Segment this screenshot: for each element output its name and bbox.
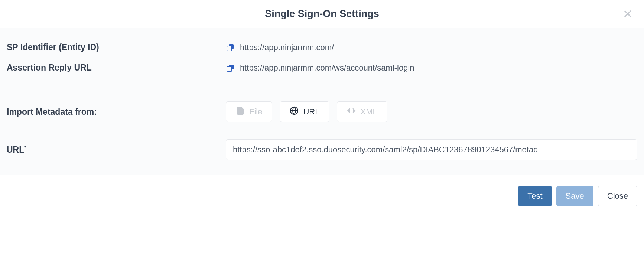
- metadata-source-group: File URL XM: [226, 101, 387, 122]
- copy-icon[interactable]: [226, 64, 235, 72]
- url-field-row: URL*: [7, 139, 637, 160]
- metadata-url-button[interactable]: URL: [280, 101, 329, 122]
- import-metadata-label: Import Metadata from:: [7, 107, 226, 117]
- close-icon-button[interactable]: ✕: [621, 8, 635, 20]
- url-field-label: URL*: [7, 144, 226, 155]
- metadata-url-label: URL: [303, 107, 319, 117]
- close-button[interactable]: Close: [598, 186, 637, 206]
- metadata-file-button[interactable]: File: [226, 101, 272, 122]
- sp-identifier-label: SP Identifier (Entity ID): [7, 42, 226, 52]
- sp-identifier-value: https://app.ninjarmm.com/: [240, 43, 334, 52]
- globe-icon: [290, 106, 299, 117]
- svg-rect-1: [227, 46, 232, 51]
- assertion-reply-value: https://app.ninjarmm.com/ws/account/saml…: [240, 63, 414, 73]
- assertion-reply-row: Assertion Reply URL https://app.ninjarmm…: [7, 63, 637, 73]
- file-icon: [236, 106, 245, 117]
- test-button[interactable]: Test: [518, 186, 552, 206]
- metadata-xml-label: XML: [360, 107, 377, 117]
- modal-title: Single Sign-On Settings: [9, 8, 635, 20]
- svg-rect-3: [227, 66, 232, 71]
- modal-footer: Test Save Close: [0, 175, 644, 217]
- assertion-reply-value-wrap: https://app.ninjarmm.com/ws/account/saml…: [226, 63, 637, 73]
- copy-icon[interactable]: [226, 43, 235, 52]
- close-icon: ✕: [623, 7, 633, 21]
- import-metadata-row: Import Metadata from: File: [7, 101, 637, 122]
- code-icon: [347, 106, 356, 117]
- url-input[interactable]: [226, 139, 637, 160]
- metadata-file-label: File: [249, 107, 262, 117]
- modal-body: SP Identifier (Entity ID) https://app.ni…: [0, 28, 644, 175]
- modal-header: Single Sign-On Settings ✕: [0, 0, 644, 28]
- metadata-xml-button[interactable]: XML: [337, 101, 387, 122]
- sp-identifier-row: SP Identifier (Entity ID) https://app.ni…: [7, 42, 637, 52]
- sp-identifier-value-wrap: https://app.ninjarmm.com/: [226, 43, 637, 52]
- save-button[interactable]: Save: [556, 186, 593, 206]
- divider: [7, 84, 637, 84]
- assertion-reply-label: Assertion Reply URL: [7, 63, 226, 73]
